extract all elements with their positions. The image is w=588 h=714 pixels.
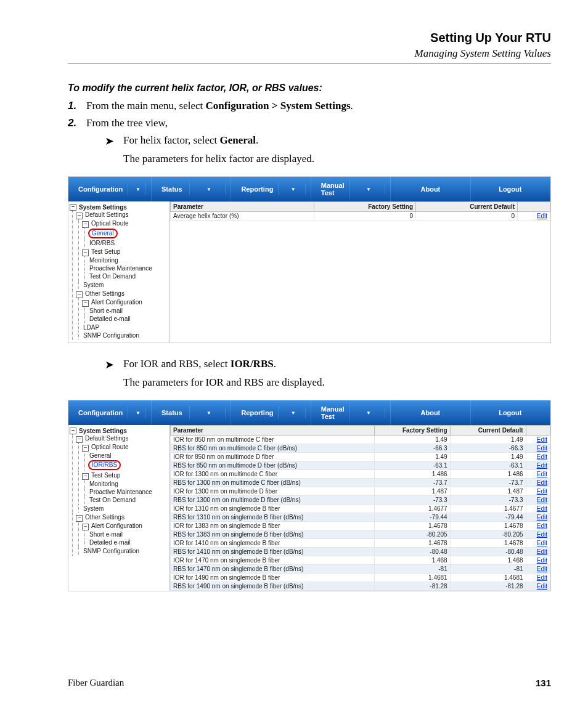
collapse-icon[interactable]: – xyxy=(70,428,76,434)
table-row: IOR for 1300 nm on multimode D fiber1.48… xyxy=(171,487,550,496)
substep-general: ➤ For helix factor, select General. xyxy=(105,134,551,148)
tree-optical-route[interactable]: –Optical Route General IOR/RBS xyxy=(82,443,168,471)
col-2: Current Default xyxy=(416,202,518,212)
menu-about[interactable]: About xyxy=(391,177,470,201)
edit-link[interactable]: Edit xyxy=(537,531,547,538)
tree-default-settings[interactable]: –Default Settings –Optical Route General… xyxy=(76,211,168,290)
tree-detailed-email[interactable]: Detailed e-mail xyxy=(88,315,168,323)
tree-general[interactable]: General xyxy=(88,228,168,239)
table-row: RBS for 1490 nm on singlemode B fiber (d… xyxy=(171,582,550,591)
col-2: Current Default xyxy=(450,426,526,436)
tree-short-email[interactable]: Short e-mail xyxy=(88,530,168,538)
menu-configuration[interactable]: Configuration▼ xyxy=(68,400,152,425)
table-row: IOR for 1490 nm on singlemode B fiber1.4… xyxy=(171,574,550,582)
tree-ior-rbs[interactable]: IOR/RBS xyxy=(88,460,168,471)
app-menubar: Configuration▼ Status▼ Reporting▼ Manual… xyxy=(68,177,550,201)
screenshot-general: Configuration▼ Status▼ Reporting▼ Manual… xyxy=(68,176,551,343)
collapse-icon[interactable]: – xyxy=(82,300,89,307)
substep-general-result: The parameters for helix factor are disp… xyxy=(123,153,551,165)
edit-link[interactable]: Edit xyxy=(537,213,547,219)
menu-configuration[interactable]: Configuration▼ xyxy=(68,177,152,201)
menu-logout[interactable]: Logout xyxy=(471,177,550,201)
tree-snmp[interactable]: SNMP Configuration xyxy=(82,331,168,339)
edit-link[interactable]: Edit xyxy=(537,557,547,564)
tree-short-email[interactable]: Short e-mail xyxy=(88,307,168,315)
collapse-icon[interactable]: – xyxy=(76,436,83,443)
menu-reporting[interactable]: Reporting▼ xyxy=(231,177,311,201)
edit-link[interactable]: Edit xyxy=(537,488,547,495)
edit-link[interactable]: Edit xyxy=(537,453,547,460)
tree-detailed-email[interactable]: Detailed e-mail xyxy=(88,538,168,546)
collapse-icon[interactable]: – xyxy=(82,221,89,228)
menu-status[interactable]: Status▼ xyxy=(152,400,231,425)
page-number: 131 xyxy=(536,678,551,688)
tree-test-setup[interactable]: –Test Setup Monitoring Proactive Mainten… xyxy=(82,248,168,281)
tree-test-setup[interactable]: –Test Setup Monitoring Proactive Mainten… xyxy=(82,471,168,505)
collapse-icon[interactable]: – xyxy=(82,524,89,530)
edit-link[interactable]: Edit xyxy=(537,574,547,581)
edit-link[interactable]: Edit xyxy=(537,497,547,503)
tree-proactive-maintenance[interactable]: Proactive Maintenance xyxy=(88,264,168,272)
tree-system[interactable]: System xyxy=(82,281,168,289)
tree-ldap[interactable]: LDAP xyxy=(82,323,168,331)
collapse-icon[interactable]: – xyxy=(82,473,89,480)
app-menubar: Configuration▼ Status▼ Reporting▼ Manual… xyxy=(68,400,550,425)
edit-link[interactable]: Edit xyxy=(537,505,547,512)
tree-alert-configuration[interactable]: –Alert Configuration Short e-mail Detail… xyxy=(82,522,168,547)
tree-snmp[interactable]: SNMP Configuration xyxy=(82,547,168,555)
tree-ior-rbs[interactable]: IOR/RBS xyxy=(88,239,168,247)
screenshot-iorrbs: Configuration▼ Status▼ Reporting▼ Manual… xyxy=(68,400,551,591)
menu-manual-test[interactable]: Manual Test▼ xyxy=(311,177,391,201)
col-1: Factory Setting xyxy=(314,202,416,212)
parameter-grid-iorrbs: ParameterFactory SettingCurrent DefaultI… xyxy=(170,425,550,591)
procedure-heading: To modify the current helix factor, IOR,… xyxy=(68,83,551,94)
tree-root[interactable]: System Settings xyxy=(78,204,128,211)
collapse-icon[interactable]: – xyxy=(82,445,89,452)
collapse-icon[interactable]: – xyxy=(76,213,83,219)
tree-optical-route[interactable]: –Optical Route General IOR/RBS xyxy=(82,219,168,248)
tree-alert-configuration[interactable]: –Alert Configuration Short e-mail Detail… xyxy=(82,298,168,323)
edit-link[interactable]: Edit xyxy=(537,583,547,590)
tree-proactive-maintenance[interactable]: Proactive Maintenance xyxy=(88,488,168,496)
table-row: Average helix factor (%)00Edit xyxy=(171,212,550,221)
menu-logout[interactable]: Logout xyxy=(471,400,550,425)
tree-monitoring[interactable]: Monitoring xyxy=(88,480,168,488)
tree-other-settings[interactable]: –Other Settings –Alert Configuration Sho… xyxy=(76,513,168,556)
menu-manual-test[interactable]: Manual Test▼ xyxy=(311,400,391,425)
tree-default-settings[interactable]: –Default Settings –Optical Route General… xyxy=(76,434,168,513)
table-row: RBS for 850 nm on multimode C fiber (dB/… xyxy=(171,444,550,453)
edit-link[interactable]: Edit xyxy=(537,548,547,555)
edit-link[interactable]: Edit xyxy=(537,445,547,452)
edit-link[interactable]: Edit xyxy=(537,540,547,546)
edit-link[interactable]: Edit xyxy=(537,566,547,572)
chevron-down-icon: ▼ xyxy=(281,408,305,418)
table-row: RBS for 1470 nm on singlemode B fiber (d… xyxy=(171,565,550,574)
parameter-grid-general: ParameterFactory SettingCurrent DefaultA… xyxy=(170,201,550,343)
collapse-icon[interactable]: – xyxy=(76,291,83,298)
chevron-down-icon: ▼ xyxy=(192,184,226,195)
menu-status[interactable]: Status▼ xyxy=(152,177,231,201)
tree-test-on-demand[interactable]: Test On Demand xyxy=(88,496,168,504)
edit-link[interactable]: Edit xyxy=(537,462,547,469)
settings-tree: –System Settings –Default Settings –Opti… xyxy=(68,425,170,591)
tree-root[interactable]: System Settings xyxy=(78,428,128,434)
substep-iorrbs: ➤ For IOR and RBS, select IOR/RBS. xyxy=(105,358,551,371)
chapter-title: Setting Up Your RTU xyxy=(68,31,551,45)
tree-system[interactable]: System xyxy=(82,505,168,513)
collapse-icon[interactable]: – xyxy=(82,249,89,256)
edit-link[interactable]: Edit xyxy=(537,436,547,443)
edit-link[interactable]: Edit xyxy=(537,522,547,529)
edit-link[interactable]: Edit xyxy=(537,514,547,521)
table-row: RBS for 1300 nm on multimode D fiber (dB… xyxy=(171,496,550,505)
tree-monitoring[interactable]: Monitoring xyxy=(88,256,168,264)
collapse-icon[interactable]: – xyxy=(70,204,76,211)
menu-reporting[interactable]: Reporting▼ xyxy=(231,400,311,425)
menu-about[interactable]: About xyxy=(391,400,470,425)
edit-link[interactable]: Edit xyxy=(537,479,547,486)
edit-link[interactable]: Edit xyxy=(537,471,547,477)
tree-test-on-demand[interactable]: Test On Demand xyxy=(88,272,168,280)
table-row: IOR for 850 nm on multimode D fiber1.491… xyxy=(171,453,550,461)
collapse-icon[interactable]: – xyxy=(76,515,83,522)
tree-general[interactable]: General xyxy=(88,452,168,460)
tree-other-settings[interactable]: –Other Settings –Alert Configuration Sho… xyxy=(76,290,168,340)
